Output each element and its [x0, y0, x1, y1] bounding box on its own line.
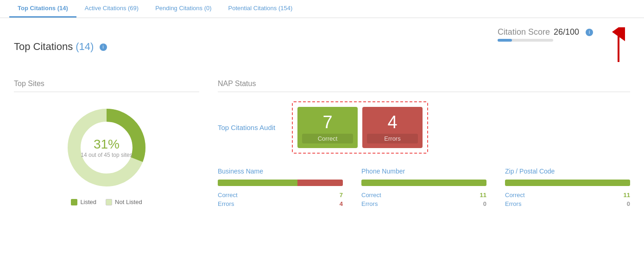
nap-business-name-title: Business Name — [218, 168, 343, 175]
score-label-text: Citation Score — [498, 27, 550, 37]
top-navigation: Top Citations (14) Active Citations (69)… — [0, 0, 644, 18]
page-header: Top Citations (14) i Citation Score 26/1… — [14, 27, 630, 66]
zip-code-correct-bar — [505, 180, 630, 186]
tab-active-citations[interactable]: Active Citations (69) — [76, 0, 147, 18]
correct-label: Correct — [302, 134, 353, 143]
legend-not-listed-dot — [106, 199, 112, 205]
nap-business-name: Business Name Correct 7 Errors 4 — [218, 168, 343, 209]
main-grid: Top Sites 31% 14 out of 45 top sites — [14, 80, 630, 209]
donut-center: 31% 14 out of 45 top sites — [81, 137, 132, 158]
nap-section-title: NAP Status — [218, 80, 630, 92]
citation-score-block: Citation Score 26/100 i — [498, 27, 593, 42]
business-name-correct-row: Correct 7 — [218, 192, 343, 199]
left-panel: Top Sites 31% 14 out of 45 top sites — [14, 80, 199, 209]
audit-box-correct: 7 Correct — [297, 107, 358, 148]
zip-code-bar — [505, 180, 630, 186]
audit-boxes: 7 Correct 4 Errors — [292, 101, 428, 154]
legend-listed-label: Listed — [80, 199, 96, 205]
nap-details: Business Name Correct 7 Errors 4 — [218, 168, 630, 209]
right-panel: NAP Status Top Citations Audit 7 Correct… — [218, 80, 630, 209]
header-right: Citation Score 26/100 i — [498, 27, 630, 66]
score-info-icon[interactable]: i — [586, 29, 593, 36]
legend-not-listed: Not Listed — [106, 199, 142, 205]
donut-sub-text: 14 out of 45 top sites — [81, 152, 132, 158]
nap-zip-code: Zip / Postal Code Correct 11 Errors 0 — [505, 168, 630, 209]
donut-percent: 31% — [81, 137, 132, 152]
arrow-indicator — [607, 27, 630, 66]
legend-listed-dot — [71, 199, 77, 205]
phone-number-correct-label: Correct — [361, 192, 381, 199]
phone-number-errors-row: Errors 0 — [361, 200, 486, 207]
correct-number: 7 — [302, 113, 353, 131]
phone-number-correct-row: Correct 11 — [361, 192, 486, 199]
audit-row: Top Citations Audit 7 Correct 4 Errors — [218, 101, 630, 154]
zip-code-errors-row: Errors 0 — [505, 200, 630, 207]
score-bar-fill — [498, 39, 512, 42]
phone-number-errors-label: Errors — [361, 200, 378, 207]
title-info-icon[interactable]: i — [100, 43, 107, 51]
business-name-errors-val: 4 — [340, 200, 343, 207]
errors-label: Errors — [367, 134, 418, 143]
phone-number-errors-val: 0 — [483, 200, 486, 207]
tab-pending-citations[interactable]: Pending Citations (0) — [147, 0, 220, 18]
business-name-bar — [218, 180, 343, 186]
zip-code-errors-label: Errors — [505, 200, 521, 207]
score-bar-track — [498, 39, 553, 42]
errors-number: 4 — [367, 113, 418, 131]
business-name-errors-bar — [297, 180, 343, 186]
title-count: (14) — [76, 41, 94, 52]
nap-phone-number: Phone Number Correct 11 Errors 0 — [361, 168, 486, 209]
nap-phone-number-title: Phone Number — [361, 168, 486, 175]
page-content: Top Citations (14) i Citation Score 26/1… — [0, 18, 644, 218]
zip-code-correct-row: Correct 11 — [505, 192, 630, 199]
zip-code-correct-val: 11 — [624, 192, 630, 199]
score-value: 26/100 — [554, 27, 579, 37]
phone-number-correct-val: 11 — [480, 192, 486, 199]
business-name-correct-bar — [218, 180, 297, 186]
donut-chart-container: 31% 14 out of 45 top sites — [14, 101, 199, 194]
title-text: Top Citations — [14, 41, 76, 52]
business-name-correct-val: 7 — [340, 192, 343, 199]
citation-score-label: Citation Score 26/100 i — [498, 27, 593, 37]
nap-zip-code-title: Zip / Postal Code — [505, 168, 630, 175]
phone-number-bar — [361, 180, 486, 186]
phone-number-correct-bar — [361, 180, 486, 186]
tab-top-citations[interactable]: Top Citations (14) — [9, 0, 76, 18]
page-title: Top Citations (14) i — [14, 41, 107, 52]
audit-box-errors: 4 Errors — [362, 107, 423, 148]
legend-listed: Listed — [71, 199, 96, 205]
business-name-correct-label: Correct — [218, 192, 238, 199]
arrow-up-icon — [607, 27, 630, 64]
zip-code-errors-val: 0 — [627, 200, 630, 207]
business-name-errors-label: Errors — [218, 200, 234, 207]
tab-potential-citations[interactable]: Potential Citations (154) — [220, 0, 301, 18]
zip-code-correct-label: Correct — [505, 192, 525, 199]
chart-legend: Listed Not Listed — [14, 199, 199, 205]
top-sites-title: Top Sites — [14, 80, 199, 92]
page-title-block: Top Citations (14) i — [14, 41, 107, 53]
audit-label: Top Citations Audit — [218, 124, 292, 131]
business-name-errors-row: Errors 4 — [218, 200, 343, 207]
legend-not-listed-label: Not Listed — [115, 199, 142, 205]
